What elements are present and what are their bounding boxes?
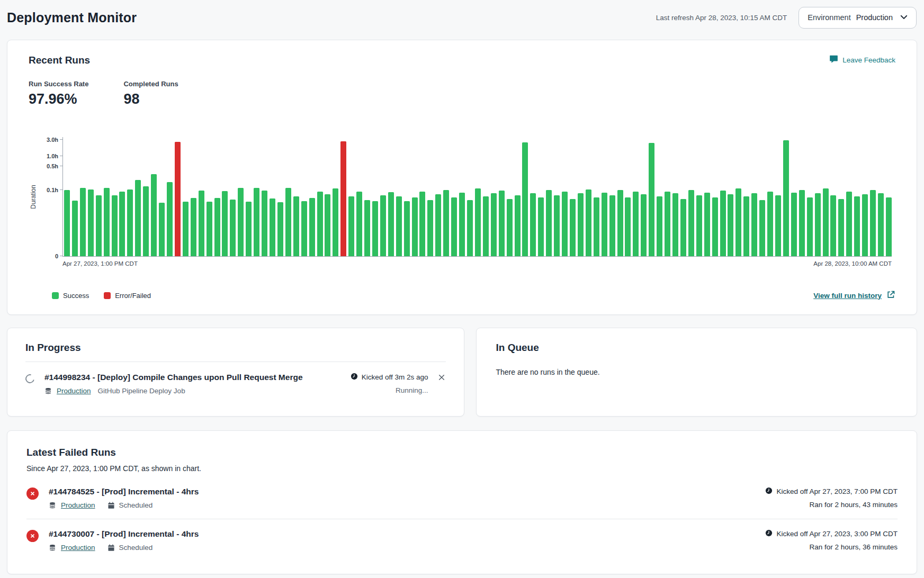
chart-bar[interactable]: [767, 192, 773, 256]
chart-bar[interactable]: [112, 195, 118, 256]
chart-bar[interactable]: [183, 202, 189, 256]
chart-bar[interactable]: [609, 195, 615, 256]
chart-bar[interactable]: [167, 182, 173, 256]
chart-bar[interactable]: [285, 188, 291, 256]
chart-bar[interactable]: [127, 189, 133, 256]
chart-bar[interactable]: [175, 142, 181, 256]
chart-bar[interactable]: [499, 191, 505, 256]
chart-bar[interactable]: [443, 190, 449, 256]
chart-bar[interactable]: [277, 202, 283, 256]
chart-bar[interactable]: [199, 191, 204, 256]
chart-bar[interactable]: [625, 197, 631, 256]
chart-bar[interactable]: [759, 200, 765, 256]
chart-bar[interactable]: [751, 193, 757, 256]
chart-bar[interactable]: [538, 197, 544, 256]
chart-bar[interactable]: [388, 192, 394, 256]
chart-bar[interactable]: [783, 140, 789, 257]
chart-bar[interactable]: [491, 193, 497, 256]
chart-bar[interactable]: [886, 197, 892, 256]
chart-bar[interactable]: [88, 189, 94, 256]
chart-bar[interactable]: [672, 193, 678, 256]
chart-bar[interactable]: [317, 192, 323, 256]
chart-bar[interactable]: [617, 190, 623, 256]
chart-bar[interactable]: [570, 199, 576, 256]
chart-bar[interactable]: [657, 196, 662, 256]
chart-bar[interactable]: [254, 188, 259, 256]
chart-bar[interactable]: [546, 190, 552, 256]
chart-bar[interactable]: [641, 194, 647, 256]
chart-bar[interactable]: [222, 191, 228, 256]
view-history-link[interactable]: View full run history: [813, 290, 895, 301]
chart-bar[interactable]: [356, 192, 362, 256]
chart-bar[interactable]: [483, 196, 489, 256]
chart-bar[interactable]: [246, 202, 252, 256]
chart-bar[interactable]: [775, 195, 781, 256]
chart-bar[interactable]: [364, 200, 370, 256]
chart-bar[interactable]: [830, 195, 836, 256]
chart-bar[interactable]: [372, 201, 378, 256]
chart-bar[interactable]: [380, 195, 386, 256]
chart-bar[interactable]: [238, 188, 244, 256]
chart-bar[interactable]: [96, 195, 102, 256]
chart-bar[interactable]: [515, 195, 521, 256]
chart-bar[interactable]: [735, 188, 741, 256]
chart-bar[interactable]: [80, 188, 86, 256]
chart-bar[interactable]: [412, 197, 418, 256]
chart-bar[interactable]: [64, 190, 70, 256]
chart-bar[interactable]: [159, 203, 165, 256]
chart-bar[interactable]: [396, 196, 402, 256]
chart-bar[interactable]: [688, 190, 694, 256]
chart-bar[interactable]: [230, 200, 236, 256]
chart-bar[interactable]: [602, 193, 607, 257]
chart-bar[interactable]: [696, 195, 702, 256]
chart-bar[interactable]: [333, 188, 338, 256]
chart-bar[interactable]: [151, 174, 157, 256]
chart-bar[interactable]: [562, 192, 568, 256]
chart-bar[interactable]: [712, 197, 718, 256]
chart-bar[interactable]: [704, 193, 710, 257]
close-icon[interactable]: [437, 373, 446, 383]
chart-bar[interactable]: [791, 193, 797, 257]
chart-bar[interactable]: [348, 196, 354, 256]
chart-bar[interactable]: [309, 198, 315, 256]
chart-bar[interactable]: [854, 196, 860, 256]
chart-bar[interactable]: [340, 141, 346, 256]
chart-bar[interactable]: [815, 193, 821, 256]
chart-bar[interactable]: [72, 201, 78, 256]
environment-link[interactable]: Production: [61, 544, 95, 552]
chart-bar[interactable]: [467, 200, 473, 256]
chart-bar[interactable]: [214, 198, 220, 256]
chart-bar[interactable]: [459, 193, 465, 257]
chart-bar[interactable]: [799, 190, 805, 256]
environment-select[interactable]: Environment Production: [799, 7, 917, 29]
chart-bar[interactable]: [823, 188, 829, 256]
leave-feedback-link[interactable]: Leave Feedback: [829, 55, 895, 65]
chart-bar[interactable]: [522, 142, 528, 256]
chart-bar[interactable]: [807, 197, 813, 256]
chart-bar[interactable]: [301, 201, 307, 256]
chart-bar[interactable]: [475, 188, 481, 256]
chart-bar[interactable]: [191, 198, 196, 256]
chart-bar[interactable]: [720, 191, 726, 256]
chart-bar[interactable]: [435, 194, 441, 256]
chart-bar[interactable]: [578, 193, 584, 256]
chart-bar[interactable]: [594, 197, 599, 256]
chart-bar[interactable]: [846, 192, 852, 256]
chart-bar[interactable]: [325, 194, 330, 256]
chart-bar[interactable]: [878, 193, 884, 256]
chart-bar[interactable]: [870, 190, 876, 256]
chart-bar[interactable]: [143, 186, 149, 256]
chart-bar[interactable]: [293, 196, 299, 256]
chart-bar[interactable]: [554, 195, 560, 256]
chart-bar[interactable]: [507, 199, 513, 256]
chart-bar[interactable]: [451, 197, 457, 256]
chart-bar[interactable]: [419, 192, 425, 256]
chart-bar[interactable]: [586, 189, 591, 256]
chart-bar[interactable]: [680, 199, 686, 256]
chart-bar[interactable]: [119, 192, 125, 256]
chart-bar[interactable]: [135, 180, 141, 256]
chart-bar[interactable]: [728, 194, 733, 256]
environment-link[interactable]: Production: [57, 387, 91, 395]
chart-bar[interactable]: [207, 202, 212, 256]
chart-bar[interactable]: [649, 143, 654, 256]
